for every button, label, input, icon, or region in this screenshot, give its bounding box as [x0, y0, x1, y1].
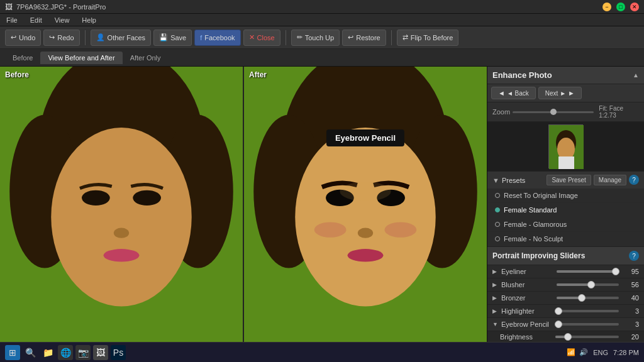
bronzer-expand[interactable]: ▶: [492, 295, 499, 301]
svg-point-7: [114, 228, 129, 238]
other-faces-label: Other Faces: [108, 34, 146, 41]
sliders-help-button[interactable]: ?: [629, 251, 639, 261]
other-faces-button[interactable]: 👤 Other Faces: [91, 30, 152, 46]
preset-radio-reset: [495, 193, 500, 198]
minimize-button[interactable]: −: [602, 3, 611, 11]
undo-icon: ↩: [11, 33, 16, 41]
enhance-photo-header: Enhance Photo ▲: [487, 67, 644, 84]
next-button[interactable]: Next ► ►: [538, 87, 582, 99]
svg-point-13: [295, 128, 435, 306]
eyebrow-pencil-thumb[interactable]: [555, 321, 562, 328]
preset-item-female-standard[interactable]: Female Standard: [487, 203, 644, 217]
blusher-track[interactable]: [557, 283, 619, 286]
bronzer-track[interactable]: [557, 297, 619, 299]
preset-item-reset[interactable]: Reset To Original Image: [487, 189, 644, 203]
save-button[interactable]: 💾 Save: [153, 30, 192, 46]
close-window-button[interactable]: ✕: [630, 3, 639, 11]
eyeliner-label: Eyeliner: [501, 268, 552, 275]
browser-button[interactable]: 🌐: [58, 345, 73, 360]
brightness-track[interactable]: [555, 336, 619, 338]
facebook-button[interactable]: f Facebook: [194, 30, 240, 46]
presets-help-button[interactable]: ?: [629, 175, 639, 185]
menu-edit[interactable]: Edit: [28, 16, 45, 24]
eyeliner-thumb[interactable]: [612, 268, 619, 275]
touch-up-button[interactable]: ✏ Touch Up: [291, 30, 340, 46]
highlighter-expand[interactable]: ▶: [492, 308, 499, 314]
menubar: File Edit View Help: [0, 14, 644, 26]
start-button[interactable]: ⊞: [5, 345, 20, 360]
eyebrow-pencil-expand[interactable]: ▼: [492, 321, 499, 327]
preset-item-female-no-sculpt[interactable]: Female - No Sculpt: [487, 232, 644, 246]
sliders-header[interactable]: Portrait Improving Sliders ?: [487, 247, 644, 265]
menu-help[interactable]: Help: [79, 16, 99, 24]
redo-button[interactable]: ↪ Redo: [43, 30, 79, 46]
manage-button[interactable]: Manage: [594, 175, 626, 185]
highlighter-thumb[interactable]: [555, 307, 562, 315]
presets-header[interactable]: ▼ Presets Save Preset Manage ?: [487, 172, 644, 189]
file-explorer-button[interactable]: 📁: [40, 345, 55, 360]
preset-label-female-standard: Female Standard: [504, 206, 557, 214]
eyeliner-track[interactable]: [557, 270, 619, 273]
eyeliner-fill: [557, 270, 616, 273]
back-button[interactable]: ◄ ◄ Back: [491, 87, 536, 99]
next-icon: ►: [568, 89, 575, 97]
right-panel: Enhance Photo ▲ ◄ ◄ Back Next ► ► Zoom F…: [487, 67, 644, 342]
blusher-value: 56: [624, 281, 639, 288]
taskbar-left: ⊞ 🔍 📁 🌐 📷 🖼 Ps: [5, 345, 126, 360]
maximize-button[interactable]: □: [616, 3, 625, 11]
close-button[interactable]: ✕ Close: [243, 30, 280, 46]
search-taskbar-button[interactable]: 🔍: [23, 345, 38, 360]
flip-to-before-button[interactable]: ⇄ Flip To Before: [397, 30, 459, 46]
blusher-thumb[interactable]: [587, 281, 595, 288]
save-label: Save: [170, 34, 186, 41]
titlebar: 🖼 7P6A9632.JPG* - PortraitPro − □ ✕: [0, 0, 644, 14]
svg-point-16: [314, 222, 347, 237]
volume-icon: 🔊: [579, 348, 588, 356]
zoom-slider[interactable]: [513, 111, 594, 113]
after-label: After: [249, 70, 267, 79]
blusher-label: Blusher: [501, 281, 552, 288]
menu-file[interactable]: File: [4, 16, 20, 24]
touch-up-icon: ✏: [297, 33, 303, 41]
eyeliner-expand[interactable]: ▶: [492, 268, 499, 275]
preset-item-female-glamorous[interactable]: Female - Glamorous: [487, 217, 644, 232]
redo-label: Redo: [57, 34, 74, 41]
eyebrow-pencil-label: Eyebrow Pencil: [501, 321, 552, 328]
portrait-pro-taskbar[interactable]: 🖼: [93, 345, 108, 360]
brightness-thumb[interactable]: [564, 333, 572, 341]
network-icon: 📶: [567, 348, 575, 356]
tab-after-only[interactable]: After Only: [123, 52, 169, 64]
before-panel: Before: [0, 67, 243, 342]
undo-button[interactable]: ↩ Undo: [5, 30, 41, 46]
eyeliner-value: 95: [624, 268, 639, 275]
save-preset-button[interactable]: Save Preset: [547, 175, 591, 185]
highlighter-value: 3: [624, 307, 639, 315]
slider-row-brightness: Brightness 20: [487, 331, 644, 342]
eyebrow-pencil-track[interactable]: [557, 323, 619, 326]
presets-label: Presets: [502, 177, 525, 184]
close-label: Close: [257, 34, 275, 41]
svg-rect-24: [558, 156, 574, 169]
taskbar: ⊞ 🔍 📁 🌐 📷 🖼 Ps 📶 🔊 ENG 7:28 PM: [0, 342, 644, 362]
flip-icon: ⇄: [402, 33, 408, 41]
back-label: ◄ Back: [507, 90, 529, 97]
preset-label-female-glamorous: Female - Glamorous: [504, 221, 567, 228]
svg-point-6: [133, 190, 161, 206]
lang-indicator: ENG: [593, 349, 608, 356]
blusher-expand[interactable]: ▶: [492, 282, 499, 288]
thumbnail-area: [487, 122, 644, 172]
toolbar-sep-2: [286, 30, 286, 45]
main-area: Before: [0, 67, 644, 342]
bronzer-thumb[interactable]: [578, 294, 586, 302]
photo-app-button[interactable]: 📷: [75, 345, 91, 360]
tab-view-before-after[interactable]: View Before and After: [40, 52, 122, 64]
svg-point-20: [340, 182, 391, 200]
preset-label-reset: Reset To Original Image: [504, 192, 578, 199]
restore-button[interactable]: ↩ Restore: [342, 30, 386, 46]
menu-view[interactable]: View: [52, 16, 72, 24]
save-icon: 💾: [159, 33, 168, 41]
slider-row-eyeliner: ▶ Eyeliner 95: [487, 265, 644, 278]
tab-before[interactable]: Before: [5, 52, 40, 64]
ps-button[interactable]: Ps: [111, 345, 126, 360]
highlighter-track[interactable]: [557, 310, 619, 312]
